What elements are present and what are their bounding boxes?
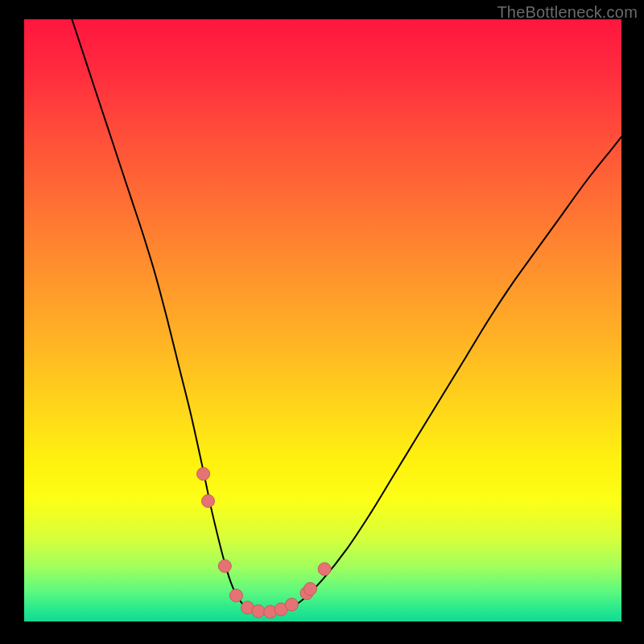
curve-marker-dot [318,563,331,576]
curve-marker-dot [229,589,242,602]
curve-marker-dot [218,559,231,572]
curve-marker-dot [285,598,298,611]
chart-frame: TheBottleneck.com [0,0,644,644]
curve-marker-dot [303,583,316,596]
curve-svg [24,19,621,621]
curve-marker-dot [197,468,210,481]
plot-area [24,19,621,621]
curve-marker-group [197,468,332,618]
curve-marker-dot [202,494,215,507]
bottleneck-curve [72,19,621,613]
curve-marker-dot [252,605,265,617]
